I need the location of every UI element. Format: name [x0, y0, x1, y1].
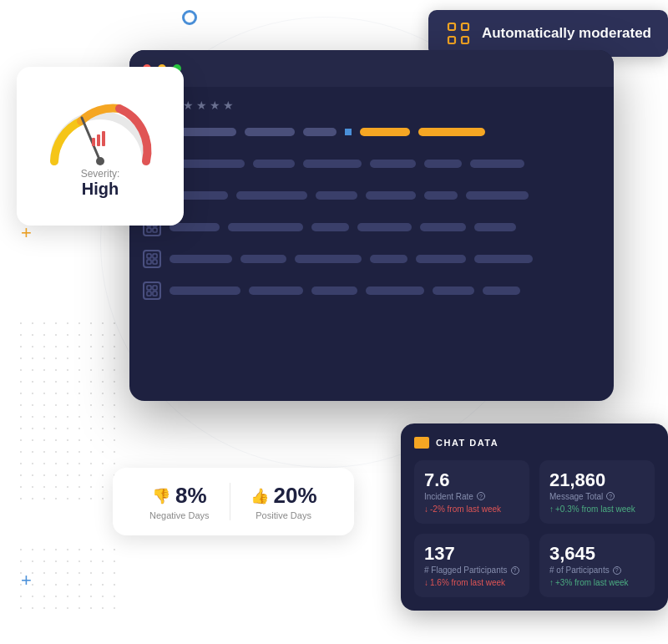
cell	[311, 287, 357, 295]
severity-label: Severity:	[81, 168, 120, 180]
svg-rect-20	[153, 228, 157, 232]
plus-icon-bottom: +	[21, 571, 32, 590]
positive-days-label: Positive Days	[256, 510, 311, 520]
cell	[228, 223, 303, 231]
table-row	[143, 184, 600, 207]
days-widget: 👎 8% Negative Days 👍 20% Positive Days	[113, 468, 354, 535]
svg-rect-26	[153, 286, 157, 290]
cell	[474, 255, 533, 263]
cell	[474, 223, 516, 231]
stat-label: # Flagged Participants ?	[424, 565, 519, 575]
stat-item-flagged: 137 # Flagged Participants ? 1.6% from l…	[414, 534, 529, 597]
cell	[370, 160, 416, 168]
svg-rect-1	[462, 23, 468, 30]
stat-label: Message Total ?	[549, 492, 645, 501]
svg-rect-28	[153, 292, 157, 296]
svg-rect-22	[153, 254, 157, 258]
cell	[303, 160, 362, 168]
stat-label: Incident Rate ?	[424, 492, 519, 501]
table-row	[143, 247, 600, 271]
arrow-up-icon	[549, 505, 554, 514]
cell	[245, 128, 295, 136]
svg-rect-21	[147, 254, 151, 258]
chat-icon	[414, 437, 429, 449]
stats-grid: 7.6 Incident Rate ? -2% from last week 2…	[414, 460, 655, 597]
gauge-svg	[42, 94, 159, 170]
severity-value: High	[82, 180, 119, 199]
severity-widget: Severity: High	[17, 67, 184, 226]
svg-rect-23	[147, 260, 151, 264]
positive-days-percent: 👍 20%	[250, 483, 317, 509]
table-row	[143, 216, 600, 239]
info-icon: ?	[477, 492, 485, 500]
negative-days-section: 👎 8% Negative Days	[133, 483, 230, 520]
stat-change: +0.3% from last week	[549, 505, 645, 514]
cell	[170, 223, 220, 231]
negative-days-label: Negative Days	[149, 510, 210, 520]
thumbs-up-icon: 👍	[250, 487, 269, 505]
info-icon: ?	[613, 566, 621, 575]
svg-rect-19	[147, 228, 151, 232]
cell	[253, 160, 295, 168]
cell	[424, 160, 462, 168]
chat-data-title: CHAT DATA	[436, 438, 498, 448]
negative-days-percent: 👎 8%	[152, 483, 207, 509]
svg-point-30	[96, 157, 104, 165]
cell	[249, 287, 303, 295]
stat-item-participants: 3,645 # of Participants ? +3% from last …	[539, 534, 655, 597]
stat-value: 3,645	[549, 544, 645, 564]
blue-dot	[345, 129, 352, 135]
cell	[433, 287, 474, 295]
arrow-up-icon	[549, 578, 554, 587]
table-row	[143, 152, 600, 175]
cell	[357, 223, 412, 231]
stat-change: +3% from last week	[549, 578, 645, 587]
table-row	[143, 120, 600, 144]
dot-grid-left	[15, 317, 115, 501]
svg-rect-32	[97, 134, 100, 146]
chat-data-panel: CHAT DATA 7.6 Incident Rate ? -2% from l…	[401, 423, 668, 611]
svg-rect-25	[147, 286, 151, 290]
arrow-down-icon	[424, 578, 428, 587]
cell	[170, 255, 232, 263]
plus-icon-left: +	[21, 224, 32, 242]
svg-rect-0	[448, 23, 455, 30]
stat-label: # of Participants ?	[549, 565, 645, 575]
dashboard-content: ★★★★★	[129, 87, 614, 322]
cell-yellow	[360, 128, 410, 136]
auto-moderated-text: Automatically moderated	[482, 25, 651, 42]
svg-rect-27	[147, 292, 151, 296]
stat-change: 1.6% from last week	[424, 578, 519, 587]
cell	[316, 191, 357, 200]
stat-value: 137	[424, 544, 519, 564]
top-circle-decoration	[182, 10, 197, 25]
dashboard-panel: ★★★★★	[129, 50, 614, 401]
row-icon	[143, 281, 161, 300]
thumbs-down-icon: 👎	[152, 487, 170, 505]
row-icon	[143, 250, 161, 268]
dashboard-header	[129, 50, 614, 87]
cell	[420, 223, 466, 231]
cell	[424, 191, 458, 200]
cell-yellow	[418, 128, 485, 136]
cell	[483, 287, 520, 295]
stat-item-incident-rate: 7.6 Incident Rate ? -2% from last week	[414, 460, 529, 524]
positive-days-section: 👍 20% Positive Days	[230, 483, 334, 520]
cell	[295, 255, 362, 263]
chat-data-header: CHAT DATA	[414, 437, 655, 449]
cell	[311, 223, 349, 231]
svg-rect-2	[448, 37, 455, 43]
scan-icon	[445, 20, 472, 47]
stat-change: -2% from last week	[424, 505, 519, 514]
cell	[366, 287, 424, 295]
cell	[236, 191, 307, 200]
cell	[303, 128, 337, 136]
svg-rect-3	[462, 37, 468, 43]
info-icon: ?	[606, 492, 615, 500]
cell	[470, 160, 524, 168]
svg-rect-33	[102, 131, 105, 146]
cell	[366, 191, 416, 200]
cell	[170, 287, 240, 295]
cell	[466, 191, 529, 200]
cell	[416, 255, 466, 263]
